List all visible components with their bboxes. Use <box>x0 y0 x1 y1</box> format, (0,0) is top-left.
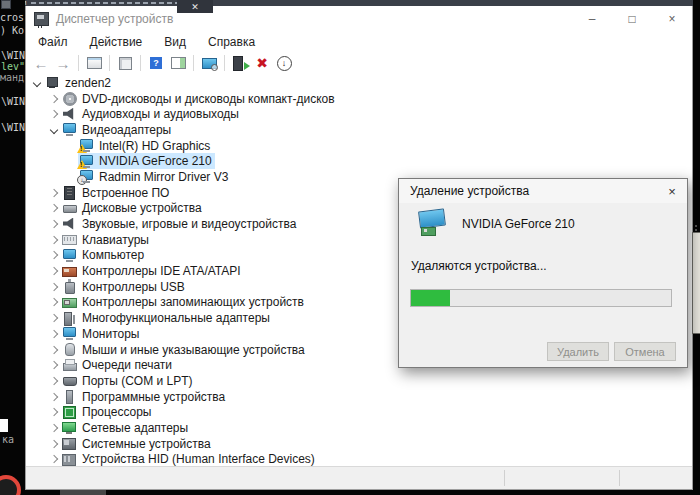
tree-item: Встроенное ПО <box>61 185 172 201</box>
disable-device-icon[interactable] <box>274 54 294 72</box>
display-disabled-icon: ↓ <box>79 170 94 183</box>
red-app-logo <box>0 475 21 495</box>
storage-icon <box>62 296 77 309</box>
help-icon[interactable] <box>146 54 166 72</box>
chevron-closed-icon[interactable] <box>47 221 61 227</box>
chevron-closed-icon[interactable] <box>47 425 61 431</box>
chevron-closed-icon[interactable] <box>47 190 61 196</box>
console-titlebar: Адм <box>25 0 693 6</box>
hid-icon <box>62 453 77 466</box>
tree-row[interactable]: Видеоадаптеры <box>26 122 692 138</box>
menu-item-файл[interactable]: Файл <box>38 35 68 49</box>
console-text-fragment: \WIN <box>1 96 25 107</box>
tree-item-label: Мониторы <box>82 327 139 341</box>
back-icon[interactable]: ← <box>31 54 51 72</box>
progress-fill <box>411 290 450 306</box>
ide-icon <box>62 265 77 278</box>
uninstall-device-icon[interactable]: ✖ <box>252 54 272 72</box>
console-close-button[interactable]: ✕ <box>177 0 213 13</box>
chevron-closed-icon[interactable] <box>47 378 61 384</box>
console-title-text <box>31 2 181 4</box>
mouse-icon <box>62 343 77 356</box>
dialog-close-button[interactable]: × <box>657 179 687 203</box>
monitor-icon <box>62 327 77 340</box>
chevron-closed-icon[interactable] <box>47 394 61 400</box>
chevron-closed-icon[interactable] <box>47 347 61 353</box>
chevron-closed-icon[interactable] <box>47 315 61 321</box>
menu-item-вид[interactable]: Вид <box>164 35 186 49</box>
console-window-icon[interactable] <box>84 54 104 72</box>
console-text-fragment: ка <box>2 434 14 445</box>
tree-item: Контроллеры IDE ATA/ATAPI <box>61 263 244 279</box>
chevron-closed-icon[interactable] <box>47 331 61 337</box>
tree-item: Многофункциональные адаптеры <box>61 310 273 326</box>
software-icon <box>62 390 77 403</box>
update-driver-icon[interactable] <box>230 54 250 72</box>
tree-item-label: Программные устройства <box>82 390 225 404</box>
tree-item: Сетевые адаптеры <box>61 420 191 436</box>
tree-row[interactable]: zenden2 <box>26 75 692 91</box>
menu-item-справка[interactable]: Справка <box>208 35 255 49</box>
tree-item-label: zenden2 <box>65 76 111 90</box>
chevron-open-icon[interactable] <box>47 127 61 133</box>
tree-row[interactable]: Устройства HID (Human Interface Devices) <box>26 452 692 468</box>
tree-item-label: Многофункциональные адаптеры <box>82 311 270 325</box>
properties-icon[interactable] <box>115 54 135 72</box>
tree-item-label: Очереди печати <box>82 358 172 372</box>
minimize-button[interactable]: – <box>572 6 612 32</box>
video-adapter-icon <box>417 209 449 237</box>
toolbar: ←→✖ <box>26 51 692 76</box>
usb-icon <box>62 280 77 293</box>
close-button[interactable]: × <box>652 6 692 32</box>
network-icon <box>62 421 77 434</box>
maximize-button[interactable]: □ <box>612 6 652 32</box>
tree-item-label: Звуковые, игровые и видеоустройства <box>82 217 296 231</box>
chevron-closed-icon[interactable] <box>47 237 61 243</box>
scan-hardware-changes-icon[interactable] <box>199 54 219 72</box>
tree-item-label: Мыши и иные указывающие устройства <box>82 343 305 357</box>
tree-row[interactable]: NVIDIA GeForce 210 <box>26 153 692 169</box>
dialog-titlebar[interactable]: Удаление устройства × <box>399 179 687 203</box>
selected-item: NVIDIA GeForce 210 <box>78 153 215 169</box>
chevron-closed-icon[interactable] <box>47 205 61 211</box>
chevron-closed-icon[interactable] <box>47 409 61 415</box>
uninstall-device-dialog: Удаление устройства × NVIDIA GeForce 210… <box>398 178 688 368</box>
chevron-closed-icon[interactable] <box>47 299 61 305</box>
tree-row[interactable]: Порты (COM и LPT) <box>26 373 692 389</box>
chevron-closed-icon[interactable] <box>47 268 61 274</box>
tree-item-label: Сетевые адаптеры <box>82 421 188 435</box>
console-white-chip <box>0 419 8 432</box>
tree-item: Устройства HID (Human Interface Devices) <box>61 451 318 467</box>
chevron-closed-icon[interactable] <box>47 111 61 117</box>
chevron-closed-icon[interactable] <box>47 456 61 462</box>
titlebar[interactable]: Диспетчер устройств – □ × <box>26 6 692 32</box>
tree-item: zenden2 <box>44 75 114 91</box>
menu-item-действие[interactable]: Действие <box>90 35 143 49</box>
tree-item-label: Встроенное ПО <box>82 186 169 200</box>
console-text-fragment: \WIN <box>1 122 25 133</box>
action-pane-icon[interactable] <box>168 54 188 72</box>
dialog-device-name: NVIDIA GeForce 210 <box>462 217 575 231</box>
tree-row[interactable]: Программные устройства <box>26 389 692 405</box>
chevron-closed-icon[interactable] <box>47 441 61 447</box>
tree-item-label: Клавиатуры <box>82 233 149 247</box>
chevron-closed-icon[interactable] <box>47 362 61 368</box>
tree-row[interactable]: Сетевые адаптеры <box>26 420 692 436</box>
forward-icon[interactable]: → <box>53 54 73 72</box>
chevron-closed-icon[interactable] <box>47 284 61 290</box>
tree-row[interactable]: Аудиовходы и аудиовыходы <box>26 106 692 122</box>
tree-item: Процессоры <box>61 404 155 420</box>
chevron-closed-icon[interactable] <box>47 252 61 258</box>
printer-icon <box>62 359 77 372</box>
tree-row[interactable]: Процессоры <box>26 404 692 420</box>
statusbar-separator <box>619 470 620 486</box>
tree-row[interactable]: DVD-дисководы и дисководы компакт-дисков <box>26 91 692 107</box>
computer-icon <box>62 249 77 262</box>
console-text-fragment: манд <box>0 72 24 83</box>
tree-row[interactable]: Intel(R) HD Graphics <box>26 138 692 154</box>
tree-row[interactable]: Системные устройства <box>26 436 692 452</box>
chevron-open-icon[interactable] <box>30 80 44 86</box>
chevron-closed-icon[interactable] <box>47 96 61 102</box>
tree-item: Звуковые, игровые и видеоустройства <box>61 216 299 232</box>
uninstall-button: Удалить <box>547 342 609 361</box>
